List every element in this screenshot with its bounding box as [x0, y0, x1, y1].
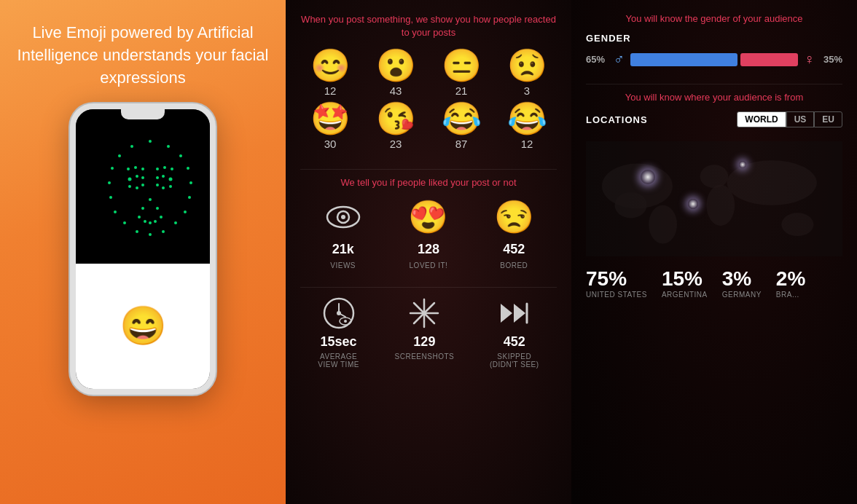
svg-point-62 [615, 192, 647, 218]
svg-point-38 [127, 168, 130, 170]
middle-section2-title: We tell you if people liked your post or… [340, 177, 516, 188]
svg-point-37 [160, 216, 163, 218]
svg-marker-57 [501, 304, 512, 323]
stat-avg-time: 15sec AVERAGE VIEW TIME [318, 295, 359, 369]
emoji-4-icon: 😟 [507, 50, 547, 82]
emoji-6-count: 23 [390, 138, 402, 150]
svg-point-1 [130, 145, 133, 148]
eye-icon [325, 204, 361, 230]
left-panel: Live Emoji powered by Artificial Intelli… [0, 0, 286, 504]
headline: Live Emoji powered by Artificial Intelli… [15, 22, 271, 89]
svg-point-12 [187, 167, 189, 170]
country-pct-br: 2% [776, 267, 805, 291]
country-pct-de: 3% [722, 267, 762, 291]
svg-point-29 [156, 184, 159, 186]
svg-point-4 [108, 181, 111, 184]
emoji-2-icon: 😮 [376, 50, 416, 82]
country-name-ar: ARGENTINA [662, 291, 708, 299]
emoji-7-count: 87 [455, 138, 468, 150]
country-pct-ar: 15% [662, 267, 708, 291]
tab-world[interactable]: WORLD [737, 111, 786, 127]
neutral-face-icon: 😒 [494, 198, 534, 236]
stat-skipped: 452 SKIPPED (DIDN'T SEE) [490, 295, 539, 369]
face-dots [99, 135, 187, 237]
svg-point-42 [163, 166, 166, 169]
svg-point-64 [700, 165, 729, 188]
country-name-us: UNITED STATES [586, 291, 647, 299]
svg-point-31 [141, 207, 144, 210]
male-pct: 65% [586, 54, 608, 65]
svg-point-34 [144, 220, 146, 223]
country-stat-us: 75% UNITED STATES [586, 267, 647, 299]
country-pct-us: 75% [586, 267, 647, 291]
map-dot-sa [688, 199, 698, 209]
neutral-face-icon-wrap: 😒 [493, 197, 534, 237]
right-section2-title: You will know where your audience is fro… [586, 92, 842, 103]
stats-row2: 15sec AVERAGE VIEW TIME 129 SCREENSHOTS [300, 295, 557, 369]
svg-point-39 [134, 166, 137, 169]
emoji-item-5: 🤩 30 [300, 103, 360, 150]
female-bar [740, 53, 798, 66]
middle-section1-title: When you post something, we show you how… [300, 13, 557, 39]
country-name-de: GERMANY [722, 291, 762, 299]
male-bar [630, 53, 737, 66]
svg-point-46 [341, 215, 345, 219]
eye-icon-wrap [323, 197, 364, 237]
clock-icon [322, 296, 356, 330]
svg-point-22 [136, 186, 138, 189]
emoji-5-count: 30 [324, 138, 337, 150]
face-dot-svg [99, 135, 201, 252]
stats-row: 21k VIEWS 😍 128 LOVED IT! 😒 452 BORED [300, 197, 557, 269]
emoji-3-count: 21 [455, 84, 468, 97]
emoji-5-icon: 🤩 [310, 103, 351, 135]
gender-label: GENDER [586, 33, 842, 44]
svg-point-8 [136, 230, 138, 233]
emoji-item-8: 😂 12 [497, 103, 557, 150]
svg-point-63 [649, 205, 677, 244]
svg-point-13 [189, 181, 192, 184]
map-dot-eu [739, 161, 746, 168]
clock-icon-wrap [321, 295, 357, 331]
stat-loved-value: 128 [418, 242, 439, 257]
svg-point-14 [188, 196, 191, 199]
heart-eyes-icon-wrap: 😍 [408, 197, 449, 237]
svg-point-6 [114, 210, 117, 213]
emoji-1-icon: 😊 [310, 50, 351, 82]
svg-point-18 [128, 177, 132, 181]
svg-point-30 [149, 198, 152, 201]
svg-point-11 [179, 154, 182, 157]
svg-point-35 [149, 221, 152, 224]
female-pct: 35% [821, 54, 842, 65]
stat-bored: 😒 452 BORED [493, 197, 534, 269]
screenshot-icon-wrap [406, 295, 442, 331]
heart-eyes-icon: 😍 [408, 198, 448, 236]
stat-views: 21k VIEWS [323, 197, 364, 269]
svg-point-36 [154, 220, 157, 223]
stat-screenshots-label: SCREENSHOTS [395, 353, 455, 361]
locations-tabs[interactable]: WORLD US EU [737, 111, 842, 127]
svg-point-3 [111, 167, 114, 170]
emoji-6-icon: 😘 [376, 103, 416, 135]
emoji-2-count: 43 [390, 84, 402, 97]
svg-point-10 [167, 145, 170, 148]
svg-point-67 [781, 213, 813, 236]
world-map-area [586, 133, 842, 264]
svg-point-40 [141, 168, 144, 170]
country-name-br: BRA... [776, 291, 805, 299]
svg-point-19 [136, 175, 138, 178]
stat-views-label: VIEWS [330, 261, 356, 269]
svg-point-25 [162, 175, 165, 178]
tab-eu[interactable]: EU [814, 111, 842, 127]
emoji-3-icon: 😑 [442, 50, 482, 82]
world-map-svg [586, 133, 842, 264]
svg-point-43 [171, 168, 173, 170]
svg-point-17 [162, 230, 165, 233]
svg-point-32 [156, 207, 159, 210]
locations-header: LOCATIONS WORLD US EU [586, 111, 842, 127]
locations-label: LOCATIONS [586, 114, 648, 125]
tab-us[interactable]: US [786, 111, 815, 127]
svg-point-20 [141, 176, 144, 179]
female-symbol: ♀ [804, 51, 815, 68]
middle-panel: When you post something, we show you how… [286, 0, 571, 504]
emoji-item-7: 😂 87 [431, 103, 491, 150]
